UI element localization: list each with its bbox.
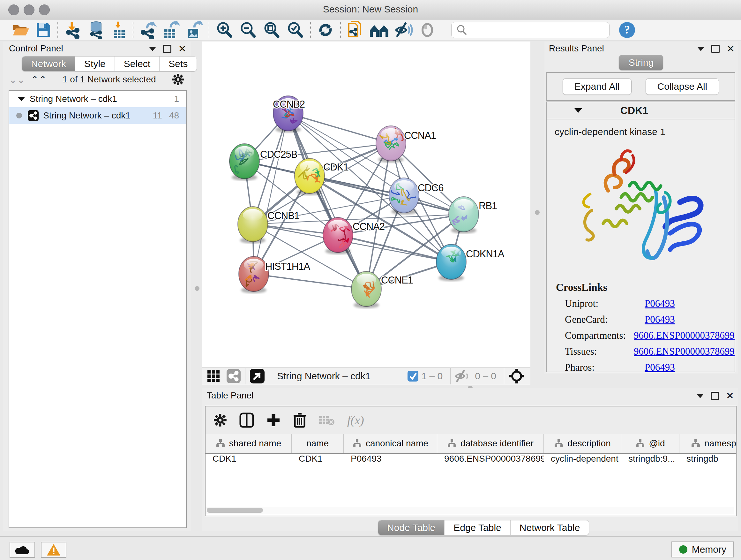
node-label: CDK1 [323,162,348,173]
table-cell: CDK1 [292,454,344,469]
panel-menu-caret-icon[interactable] [149,47,156,51]
add-column-icon[interactable] [266,413,281,428]
hide-selected-button[interactable] [395,21,413,39]
import-table-button[interactable] [111,21,127,39]
panel-close-icon[interactable]: ✕ [727,46,735,52]
network-node[interactable] [229,144,259,181]
panel-close-icon[interactable]: ✕ [726,393,734,399]
export-network-button[interactable] [139,21,157,39]
tab-edge-table[interactable]: Edge Table [445,520,511,535]
results-panel: Results Panel ✕ String Expand All Collap… [544,42,738,374]
zoom-in-button[interactable] [215,21,233,39]
warnings-button[interactable] [41,542,66,558]
node-label: CCNB2 [273,99,305,110]
tab-style[interactable]: Style [75,57,115,71]
crosslink-link[interactable]: 9606.ENSP00000378699 [634,346,735,357]
network-node[interactable] [376,126,406,163]
column-header-name[interactable]: name [292,434,344,453]
delete-column-icon[interactable] [293,413,307,428]
import-network-database-button[interactable] [87,21,105,39]
show-columns-icon[interactable] [239,413,254,428]
network-node[interactable] [436,244,466,281]
column-header-namespace[interactable]: namespace [679,434,737,453]
tab-node-table[interactable]: Node Table [378,520,445,535]
cloud-button[interactable] [10,542,35,558]
crosslink-link[interactable]: P06493 [645,298,675,309]
table-settings-gear-icon[interactable] [213,413,227,427]
tab-sets[interactable]: Sets [159,57,197,71]
clone-network-button[interactable] [347,21,363,39]
selected-checkbox-icon[interactable] [408,371,418,381]
refresh-button[interactable] [317,21,334,39]
memory-button[interactable]: Memory [671,542,734,557]
home-button[interactable] [369,21,389,39]
network-edge[interactable] [254,274,366,289]
network-tree-row[interactable]: String Network – cdk1 11 48 [9,107,186,124]
network-node[interactable] [384,178,419,215]
tree-expand-icon[interactable] [17,97,25,101]
network-node[interactable] [238,206,268,244]
column-header-shared-name[interactable]: shared name [205,434,292,453]
zoom-fit-button[interactable] [263,21,280,39]
hidden-eye-icon[interactable] [455,370,472,382]
network-canvas[interactable]: CCNB2CCNA1CDC25BCDK1CDC6RB1CCNB1CCNA2CDK… [202,42,530,367]
vertical-divider-handle-right[interactable] [535,210,540,215]
expand-all-icon[interactable]: ⌃⌃ [30,74,47,85]
column-header-description[interactable]: description [544,434,621,453]
network-node[interactable] [351,271,381,308]
column-header-database-identifier[interactable]: database identifier [437,434,544,453]
expand-all-button[interactable]: Expand All [562,78,631,95]
status-bar: Memory [0,537,741,560]
panel-menu-caret-icon[interactable] [697,47,704,51]
vertical-divider-handle-left[interactable] [195,286,199,291]
collapse-all-icon[interactable]: ⌄⌄ [9,74,25,85]
column-header-canonical-name[interactable]: canonical name [344,434,437,453]
panel-close-icon[interactable]: ✕ [179,46,186,52]
network-tree-root-row[interactable]: String Network – cdk1 1 [9,91,186,107]
crosslink-link[interactable]: P06493 [645,314,675,325]
node-label: CDC25B [260,149,297,160]
open-session-button[interactable] [12,21,30,39]
network-edge[interactable] [288,113,391,143]
tab-select[interactable]: Select [115,57,159,71]
zoom-out-button[interactable] [239,21,257,39]
network-node[interactable] [239,256,269,294]
table-horizontal-scrollbar[interactable] [205,507,734,514]
birdseye-view-icon[interactable] [250,369,265,383]
tab-string[interactable]: String [619,55,663,70]
zoom-in-icon [215,21,233,39]
network-edge[interactable] [254,113,288,274]
gear-icon[interactable] [172,73,185,86]
grid-view-icon[interactable] [207,370,221,382]
crosshair-icon[interactable] [509,368,525,384]
table-header-row: shared namenamecanonical namedatabase id… [205,434,736,454]
table-row[interactable]: CDK1CDK1P064939606.ENSP00000378699cyclin… [205,454,736,469]
export-table-button[interactable] [162,21,180,39]
node-label: HIST1H1A [265,261,310,272]
network-share-view-icon[interactable] [226,369,241,383]
section-collapse-icon[interactable] [575,108,582,113]
crosslink-link[interactable]: P06493 [645,362,675,373]
control-panel-title: Control Panel [9,44,63,53]
collapse-all-button[interactable]: Collapse All [646,78,719,95]
cdk1-section-header[interactable]: CDK1 [547,102,735,119]
tab-network-table[interactable]: Network Table [511,520,589,535]
panel-menu-caret-icon[interactable] [697,394,704,398]
crosslink-link[interactable]: 9606.ENSP00000378699 [634,330,735,341]
zoom-selected-button[interactable] [286,21,304,39]
tab-network[interactable]: Network [22,57,75,71]
hidden-counts: 0 – 0 [475,371,496,381]
import-network-file-button[interactable] [64,21,81,39]
scrollbar-thumb[interactable] [207,508,263,513]
panel-float-icon[interactable] [163,45,172,53]
help-button[interactable]: ? [618,21,636,39]
panel-float-icon[interactable] [711,45,720,53]
search-input[interactable] [470,25,609,36]
show-all-button[interactable] [419,21,435,39]
search-box [451,22,610,38]
network-node[interactable] [449,197,479,234]
export-image-button[interactable] [185,21,203,39]
panel-float-icon[interactable] [711,392,719,400]
column-header-@id[interactable]: @id [621,434,679,453]
save-session-button[interactable] [36,21,51,39]
